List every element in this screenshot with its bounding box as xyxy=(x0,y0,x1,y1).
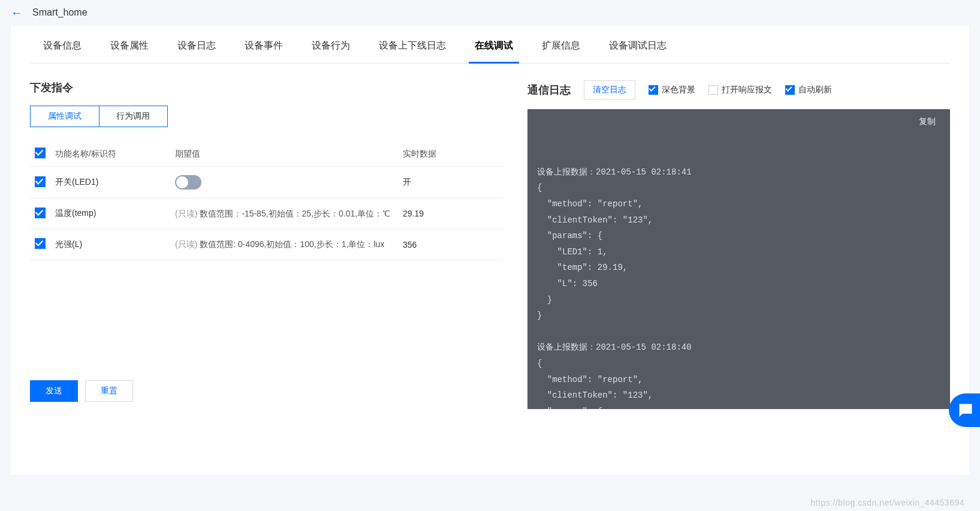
tab-0[interactable]: 设备信息 xyxy=(30,40,95,63)
table-row: 光强(L)(只读) 数值范围: 0-4096,初始值：100,步长：1,单位：l… xyxy=(30,229,503,260)
option-dark-bg[interactable]: 深色背景 xyxy=(649,85,695,95)
tab-3[interactable]: 设备事件 xyxy=(231,40,296,63)
row-name: 光强(L) xyxy=(50,229,170,260)
tab-5[interactable]: 设备上下线日志 xyxy=(366,40,459,63)
tab-2[interactable]: 设备日志 xyxy=(164,40,229,63)
breadcrumb: ← Smart_home xyxy=(0,0,980,25)
row-checkbox[interactable] xyxy=(35,176,46,187)
row-checkbox[interactable] xyxy=(35,238,46,249)
watermark: https://blog.csdn.net/weixin_44453694 xyxy=(810,498,964,507)
col-name: 功能名称/标识符 xyxy=(50,142,170,167)
row-realtime: 29.19 xyxy=(398,199,503,229)
row-expect: (只读) 数值范围：-15-85,初始值：25,步长：0.01,单位：℃ xyxy=(170,199,398,229)
checkbox-all[interactable] xyxy=(35,148,46,158)
page-title: Smart_home xyxy=(32,7,88,18)
reset-button[interactable]: 重置 xyxy=(85,380,133,402)
segment-1[interactable]: 行为调用 xyxy=(99,106,168,127)
checkbox-icon xyxy=(649,85,658,95)
option-open-response[interactable]: 打开响应报文 xyxy=(708,85,772,95)
tab-1[interactable]: 设备属性 xyxy=(97,40,162,63)
option-dark-label: 深色背景 xyxy=(662,85,695,95)
copy-log-button[interactable]: 复制 xyxy=(919,114,936,130)
back-arrow-icon[interactable]: ← xyxy=(11,7,23,19)
segment-0[interactable]: 属性调试 xyxy=(31,106,99,127)
row-expect xyxy=(170,167,398,199)
row-checkbox[interactable] xyxy=(35,208,46,218)
send-button[interactable]: 发送 xyxy=(30,380,78,402)
checkbox-icon xyxy=(708,85,718,95)
row-name: 开关(LED1) xyxy=(50,167,170,199)
tab-7[interactable]: 扩展信息 xyxy=(529,40,593,63)
row-name: 温度(temp) xyxy=(50,199,170,229)
log-title: 通信日志 xyxy=(527,83,571,97)
col-rt: 实时数据 xyxy=(398,142,503,167)
table-row: 开关(LED1)开 xyxy=(30,167,503,199)
row-realtime: 356 xyxy=(398,229,503,260)
option-open-response-label: 打开响应报文 xyxy=(722,85,772,95)
row-expect: (只读) 数值范围: 0-4096,初始值：100,步长：1,单位：lux xyxy=(170,229,398,260)
table-row: 温度(temp)(只读) 数值范围：-15-85,初始值：25,步长：0.01,… xyxy=(30,199,503,229)
command-mode-segments: 属性调试行为调用 xyxy=(30,106,168,127)
tab-8[interactable]: 设备调试日志 xyxy=(596,40,680,63)
tabs-bar: 设备信息设备属性设备日志设备事件设备行为设备上下线日志在线调试扩展信息设备调试日… xyxy=(30,40,950,64)
col-expect: 期望值 xyxy=(170,142,398,167)
chat-fab-icon[interactable] xyxy=(949,393,980,427)
option-auto-refresh[interactable]: 自动刷新 xyxy=(785,85,832,95)
row-realtime: 开 xyxy=(398,167,503,199)
toggle-switch[interactable] xyxy=(175,175,201,190)
checkbox-icon xyxy=(785,85,795,95)
send-command-title: 下发指令 xyxy=(30,80,503,95)
clear-log-button[interactable]: 清空日志 xyxy=(584,80,635,100)
log-output[interactable]: 复制 设备上报数据：2021-05-15 02:18:41 { "method"… xyxy=(527,109,950,409)
tab-4[interactable]: 设备行为 xyxy=(298,40,363,63)
option-auto-refresh-label: 自动刷新 xyxy=(798,85,832,95)
tab-6[interactable]: 在线调试 xyxy=(462,40,526,63)
